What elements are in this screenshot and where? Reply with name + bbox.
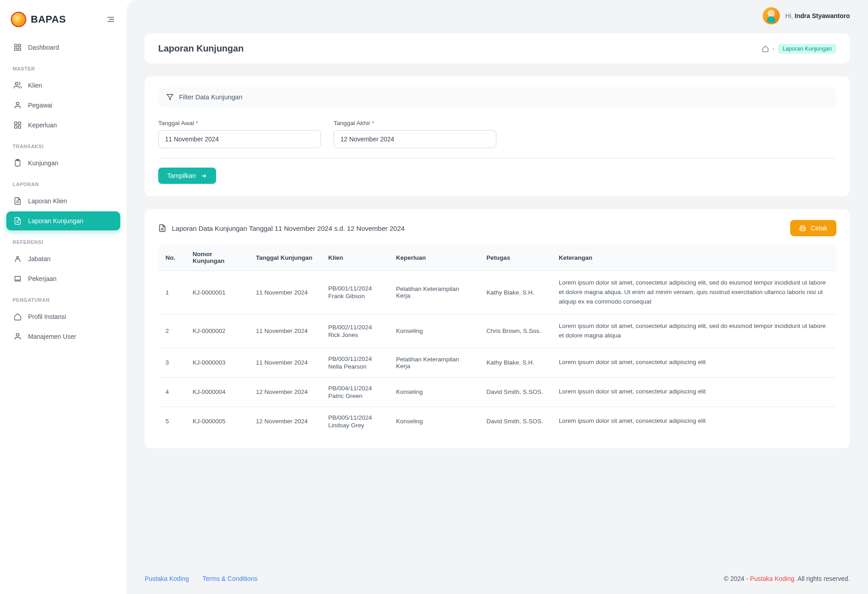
nav: DashboardMASTERKlienPegawaiKeperluanTRAN… bbox=[6, 38, 120, 346]
report-card: Laporan Data Kunjungan Tanggal 11 Novemb… bbox=[145, 209, 850, 449]
table-row: 1KJ-000000111 November 2024PB/001/11/202… bbox=[158, 271, 836, 314]
sidebar-item-laporan-kunjungan[interactable]: Laporan Kunjungan bbox=[6, 211, 120, 230]
cell-nomor: KJ-0000005 bbox=[185, 407, 249, 436]
table-row: 4KJ-000000412 November 2024PB/004/11/202… bbox=[158, 377, 836, 407]
report-title-text: Laporan Data Kunjungan Tanggal 11 Novemb… bbox=[172, 225, 405, 232]
svg-rect-9 bbox=[14, 122, 17, 124]
cell-no: 2 bbox=[158, 314, 185, 348]
grid-icon bbox=[14, 43, 22, 51]
svg-rect-3 bbox=[14, 44, 17, 47]
sidebar: BAPAS DashboardMASTERKlienPegawaiKeperlu… bbox=[0, 0, 127, 594]
report-title: Laporan Data Kunjungan Tanggal 11 Novemb… bbox=[158, 224, 405, 232]
field-tanggal-awal: Tanggal Awal * bbox=[158, 120, 321, 148]
svg-rect-20 bbox=[15, 276, 20, 280]
avatar bbox=[763, 7, 780, 24]
input-tanggal-awal[interactable] bbox=[158, 130, 321, 148]
svg-rect-28 bbox=[801, 229, 805, 230]
cell-petugas: David Smith, S.SOS. bbox=[479, 407, 552, 436]
input-tanggal-akhir[interactable] bbox=[334, 130, 496, 148]
nav-section-label: REFERENSI bbox=[6, 231, 120, 248]
nav-section-label: LAPORAN bbox=[6, 173, 120, 191]
svg-point-7 bbox=[15, 82, 18, 85]
cetak-button[interactable]: Cetak bbox=[790, 220, 836, 236]
user-icon bbox=[14, 101, 22, 109]
sidebar-item-label: Pegawai bbox=[28, 102, 52, 109]
cell-nomor: KJ-0000003 bbox=[185, 348, 249, 377]
file-icon bbox=[158, 224, 166, 232]
user-menu[interactable]: Hi, Indra Styawantoro bbox=[763, 7, 850, 24]
cell-keterangan: Lorem ipsum dolor sit amet, consectetur … bbox=[552, 348, 836, 377]
sidebar-item-kunjungan[interactable]: Kunjungan bbox=[6, 154, 120, 173]
sidebar-item-manajemen-user[interactable]: Manajemen User bbox=[6, 327, 120, 346]
sidebar-item-label: Jabatan bbox=[28, 255, 51, 262]
tampilkan-button[interactable]: Tampilkan bbox=[158, 168, 216, 184]
sidebar-item-laporan-klien[interactable]: Laporan Klien bbox=[6, 192, 120, 210]
svg-rect-12 bbox=[19, 126, 21, 128]
breadcrumb-current: Laporan Kunjungan bbox=[778, 44, 836, 54]
breadcrumb: › Laporan Kunjungan bbox=[762, 44, 836, 54]
cell-tanggal: 11 November 2024 bbox=[249, 271, 321, 314]
cell-keperluan: Konseling bbox=[389, 407, 479, 436]
laptop-icon bbox=[14, 275, 22, 283]
cell-klien: PB/005/11/2024Lindsay Grey bbox=[321, 407, 389, 436]
footer-link-pustaka[interactable]: Pustaka Koding bbox=[145, 575, 189, 582]
table-row: 3KJ-000000311 November 2024PB/003/11/202… bbox=[158, 348, 836, 377]
table-row: 2KJ-000000211 November 2024PB/002/11/202… bbox=[158, 314, 836, 348]
cell-petugas: David Smith, S.SOS. bbox=[479, 377, 552, 407]
filter-heading-label: Filter Data Kunjungan bbox=[179, 94, 242, 101]
file-icon bbox=[14, 217, 22, 225]
label-tanggal-awal: Tanggal Awal * bbox=[158, 120, 321, 126]
arrow-right-icon bbox=[200, 173, 207, 179]
sidebar-item-label: Laporan Kunjungan bbox=[28, 217, 83, 225]
nav-section-label: TRANSAKSI bbox=[6, 136, 120, 153]
home-icon[interactable] bbox=[762, 45, 769, 52]
cell-keterangan: Lorem ipsum dolor sit amet, consectetur … bbox=[552, 407, 836, 436]
filter-card: Filter Data Kunjungan Tanggal Awal * Tan… bbox=[145, 76, 850, 196]
cell-klien: PB/004/11/2024Patric Green bbox=[321, 377, 389, 407]
sidebar-item-profil-instansi[interactable]: Profil Instansi bbox=[6, 307, 120, 326]
cell-tanggal: 11 November 2024 bbox=[249, 314, 321, 348]
cell-nomor: KJ-0000002 bbox=[185, 314, 249, 348]
sidebar-item-keperluan[interactable]: Keperluan bbox=[6, 116, 120, 135]
filter-icon bbox=[166, 94, 174, 101]
clipboard-icon bbox=[14, 159, 22, 167]
nav-section-label: PENGATURAN bbox=[6, 289, 120, 306]
sidebar-item-label: Profil Instansi bbox=[28, 313, 66, 320]
brand[interactable]: BAPAS bbox=[6, 9, 120, 38]
field-tanggal-akhir: Tanggal Akhir * bbox=[334, 120, 496, 148]
svg-marker-23 bbox=[167, 94, 173, 100]
cell-keperluan: Pelatihan Keterampilan Kerja bbox=[389, 271, 479, 314]
page-header: Laporan Kunjungan › Laporan Kunjungan bbox=[145, 33, 850, 64]
cell-keperluan: Konseling bbox=[389, 314, 479, 348]
cell-tanggal: 12 November 2024 bbox=[249, 377, 321, 407]
footer-link-terms[interactable]: Terms & Conditions bbox=[203, 575, 257, 582]
menu-toggle-icon[interactable] bbox=[106, 14, 116, 24]
cell-no: 3 bbox=[158, 348, 185, 377]
sidebar-item-label: Klien bbox=[28, 82, 42, 89]
user-name: Indra Styawantoro bbox=[795, 12, 850, 19]
page-title: Laporan Kunjungan bbox=[158, 43, 244, 54]
svg-rect-11 bbox=[14, 126, 17, 128]
printer-icon bbox=[799, 225, 806, 232]
th-no: No. bbox=[158, 244, 185, 271]
user-badge-icon bbox=[14, 255, 22, 263]
main: Hi, Indra Styawantoro Laporan Kunjungan … bbox=[127, 0, 868, 594]
sidebar-item-dashboard[interactable]: Dashboard bbox=[6, 38, 120, 57]
cell-klien: PB/001/11/2024Frank Gibson bbox=[321, 271, 389, 314]
sidebar-item-pekerjaan[interactable]: Pekerjaan bbox=[6, 269, 120, 288]
th-klien: Klien bbox=[321, 244, 389, 271]
filter-heading: Filter Data Kunjungan bbox=[158, 87, 836, 107]
sidebar-item-pegawai[interactable]: Pegawai bbox=[6, 96, 120, 115]
cell-no: 4 bbox=[158, 377, 185, 407]
svg-point-19 bbox=[17, 257, 19, 259]
footer-copyright-link[interactable]: Pustaka Koding. bbox=[750, 575, 796, 582]
th-petugas: Petugas bbox=[479, 244, 552, 271]
brand-logo-icon bbox=[11, 12, 26, 27]
sidebar-item-label: Laporan Klien bbox=[28, 197, 67, 205]
svg-rect-6 bbox=[19, 48, 21, 51]
file-icon bbox=[14, 197, 22, 205]
users-icon bbox=[14, 81, 22, 89]
sidebar-item-klien[interactable]: Klien bbox=[6, 76, 120, 95]
sidebar-item-jabatan[interactable]: Jabatan bbox=[6, 249, 120, 268]
svg-rect-10 bbox=[19, 122, 21, 124]
